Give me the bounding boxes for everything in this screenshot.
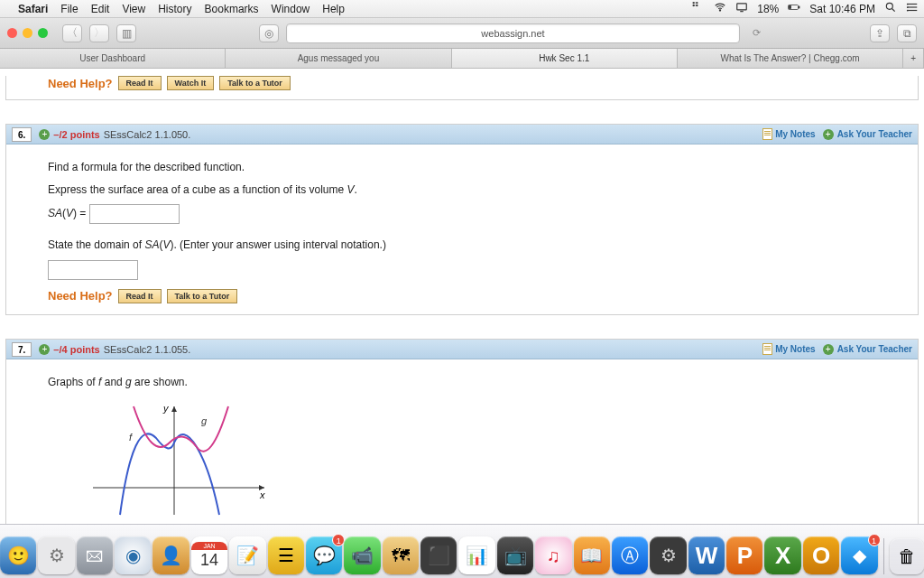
safari-icon[interactable]: ◉	[115, 536, 151, 574]
menu-help[interactable]: Help	[322, 3, 345, 15]
share-button[interactable]: ⇪	[870, 24, 890, 42]
menu-window[interactable]: Window	[272, 3, 310, 15]
address-bar[interactable]: webassign.net	[286, 23, 740, 43]
settings-icon[interactable]: ⚙	[650, 536, 686, 574]
my-notes-link[interactable]: My Notes	[775, 344, 815, 354]
dock-separator	[883, 538, 884, 574]
svg-rect-4	[790, 6, 791, 9]
photos-icon[interactable]: ⬛	[420, 536, 457, 574]
window-controls	[7, 28, 48, 38]
reader-button[interactable]: ◎	[259, 24, 279, 42]
menu-view[interactable]: View	[122, 3, 145, 15]
curve-g-label: g	[201, 415, 208, 426]
system-preferences-icon[interactable]: ⚙	[38, 536, 74, 574]
svg-point-10	[907, 6, 909, 8]
notes-icon[interactable]: 📝	[229, 536, 265, 574]
svg-marker-15	[171, 406, 177, 412]
svg-point-9	[907, 4, 909, 5]
need-help-label: Need Help?	[48, 287, 113, 306]
ask-icon: +	[823, 344, 834, 355]
my-notes-link[interactable]: My Notes	[775, 129, 815, 139]
tab-hwk[interactable]: Hwk Sec 1.1	[452, 49, 678, 68]
maps-icon[interactable]: 🗺	[383, 536, 419, 574]
url-text: webassign.net	[481, 28, 544, 39]
tab-user-dashboard[interactable]: User Dashboard	[0, 49, 226, 68]
calendar-icon[interactable]: JAN14	[191, 536, 227, 574]
tabs-button[interactable]: ⧉	[897, 24, 917, 42]
spotlight-icon[interactable]	[884, 1, 897, 16]
menu-bookmarks[interactable]: Bookmarks	[205, 3, 259, 15]
reload-button[interactable]: ⟳	[747, 27, 765, 39]
watch-it-button[interactable]: Watch It	[167, 76, 215, 90]
read-it-button[interactable]: Read It	[118, 289, 162, 303]
reminders-icon[interactable]: ☰	[268, 536, 304, 574]
ibooks-store-icon[interactable]: 📖	[574, 536, 610, 574]
clock[interactable]: Sat 10:46 PM	[809, 3, 875, 15]
menu-file[interactable]: File	[60, 3, 78, 15]
powerpoint-icon[interactable]: P	[726, 536, 762, 574]
notification-center-icon[interactable]	[906, 1, 919, 16]
maximize-window-button[interactable]	[38, 28, 48, 38]
question-number: 7.	[12, 342, 32, 357]
itunes-icon[interactable]: ♫	[535, 536, 571, 574]
q7-prompt: Graphs of f and g are shown.	[48, 374, 905, 391]
messages-app-icon[interactable]: 💬1	[306, 536, 342, 574]
close-window-button[interactable]	[7, 28, 17, 38]
svg-point-0	[720, 10, 721, 11]
launchpad-icon[interactable]: 📊	[458, 536, 494, 574]
ask-teacher-link[interactable]: Ask Your Teacher	[837, 129, 912, 139]
tab-agus-message[interactable]: Agus messaged you	[226, 49, 451, 68]
mail-icon[interactable]: 🖂	[77, 536, 113, 574]
back-button[interactable]: 〈	[62, 24, 82, 42]
outlook-icon[interactable]: O	[803, 536, 839, 574]
app-store-icon[interactable]: Ⓐ	[612, 536, 648, 574]
menu-edit[interactable]: Edit	[91, 3, 110, 15]
display-icon[interactable]	[735, 1, 748, 16]
answer-input-sa[interactable]	[89, 204, 180, 224]
ibooks-icon[interactable]: 📺	[497, 536, 533, 574]
battery-percent: 18%	[757, 3, 779, 15]
excel-icon[interactable]: X	[764, 536, 800, 574]
expand-icon[interactable]: +	[39, 129, 50, 140]
ask-icon: +	[823, 129, 834, 140]
menu-history[interactable]: History	[158, 3, 191, 15]
svg-rect-1	[737, 4, 747, 10]
trash-icon[interactable]: 🗑	[890, 538, 924, 574]
other-app-icon[interactable]: ◆1	[841, 536, 877, 574]
forward-button[interactable]: 〉	[89, 24, 109, 42]
battery-icon[interactable]	[788, 1, 800, 16]
curve-f-label: f	[129, 432, 133, 443]
wifi-icon[interactable]	[714, 1, 726, 16]
talk-to-tutor-button[interactable]: Talk to a Tutor	[167, 289, 238, 303]
svg-rect-3	[799, 6, 799, 8]
facetime-icon[interactable]: 📹	[344, 536, 380, 574]
svg-rect-6	[908, 4, 918, 5]
svg-point-5	[886, 3, 892, 9]
read-it-button[interactable]: Read It	[118, 76, 162, 90]
graph-figure: x y f g	[84, 397, 273, 524]
contacts-icon[interactable]: 👤	[152, 536, 189, 574]
question-7-header: 7. + –/4 points SEssCalc2 1.1.055. My No…	[6, 340, 918, 359]
question-6: 6. + –/2 points SEssCalc2 1.1.050. My No…	[5, 124, 919, 315]
word-icon[interactable]: W	[688, 536, 725, 574]
finder-icon[interactable]: 🙂	[0, 536, 36, 574]
answer-input-domain[interactable]	[48, 260, 138, 280]
question-points: –/2 points	[53, 129, 99, 140]
q6-line2: Express the surface area of a cube as a …	[48, 182, 905, 199]
talk-to-tutor-button[interactable]: Talk to a Tutor	[219, 76, 291, 90]
new-tab-button[interactable]: +	[903, 49, 924, 68]
need-help-label: Need Help?	[48, 77, 113, 90]
app-name[interactable]: Safari	[18, 3, 48, 15]
macos-menubar: Safari File Edit View History Bookmarks …	[0, 0, 924, 18]
question-number: 6.	[12, 127, 32, 142]
q6-line3: State the domain of SA(V). (Enter your a…	[48, 237, 905, 254]
axis-y-label: y	[162, 403, 170, 414]
dropbox-icon[interactable]	[692, 1, 705, 16]
sidebar-button[interactable]: ▥	[116, 24, 136, 42]
notes-icon	[762, 343, 772, 355]
minimize-window-button[interactable]	[23, 28, 32, 38]
ask-teacher-link[interactable]: Ask Your Teacher	[837, 344, 912, 354]
q6-prompt: Find a formula for the described functio…	[48, 159, 905, 176]
expand-icon[interactable]: +	[39, 344, 50, 355]
tab-chegg[interactable]: What Is The Answer? | Chegg.com	[678, 49, 903, 68]
